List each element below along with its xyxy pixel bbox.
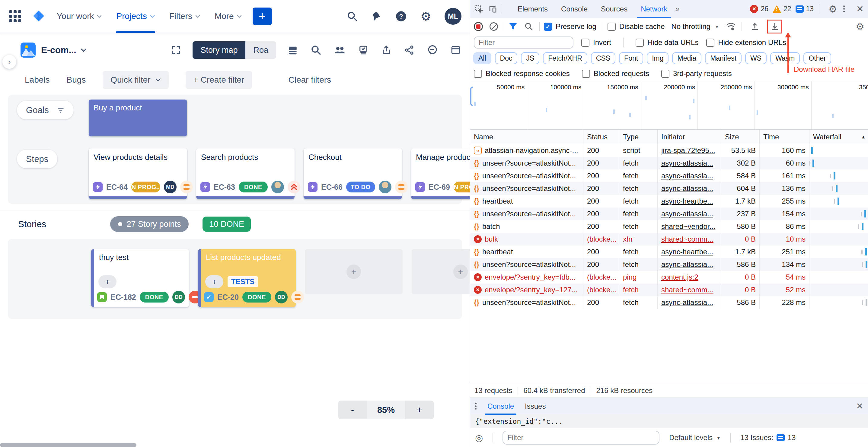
app-switcher-icon[interactable] <box>9 10 21 22</box>
initiator-link[interactable]: async-atlassia... <box>661 260 713 269</box>
share-icon[interactable] <box>404 45 414 55</box>
preserve-log-checkbox[interactable]: ✓Preserve log <box>544 22 596 31</box>
network-request-row[interactable]: {}batch200fetchshared~vendor...580 B86 m… <box>470 220 868 233</box>
nav-item-projects[interactable]: Projects <box>116 0 155 33</box>
network-request-row[interactable]: {}heartbeat200fetchasync-heartbe...1.7 k… <box>470 246 868 258</box>
console-filter-input[interactable] <box>502 431 659 445</box>
inspect-element-icon[interactable] <box>474 4 484 13</box>
column-header-name[interactable]: Name <box>470 130 583 144</box>
status-badge[interactable]: IN PROG... <box>454 182 470 192</box>
sprint-capacity-icon[interactable] <box>358 45 369 55</box>
story-card[interactable]: List products updated+TESTS✓EC-20DONEDD <box>198 249 296 307</box>
network-request-row[interactable]: ✕envelope/?sentry_key=127...(blocke...fe… <box>470 284 868 296</box>
assignee-avatar[interactable]: MD <box>164 181 177 193</box>
settings-gear-icon[interactable]: ⚙ <box>421 9 431 23</box>
expand-sidebar-button[interactable]: › <box>2 55 16 69</box>
checkbox-blocked-requests[interactable]: Blocked requests <box>582 69 649 78</box>
steps-pill[interactable]: Steps <box>17 150 57 168</box>
download-har-icon[interactable] <box>770 22 779 31</box>
column-header-initiator[interactable]: Initiator <box>658 130 721 144</box>
drawer-close-icon[interactable]: ✕ <box>856 401 863 411</box>
step-card[interactable]: Manage productsEC-69IN PROG... <box>411 149 470 199</box>
status-badge[interactable]: DONE <box>140 292 169 302</box>
devtools-menu-icon[interactable] <box>843 5 845 12</box>
type-chip-ws[interactable]: WS <box>745 52 767 64</box>
initiator-link[interactable]: async-atlassia... <box>661 159 713 167</box>
status-badge[interactable]: TO DO <box>346 182 375 192</box>
goal-card[interactable]: Buy a product <box>89 99 187 136</box>
import-har-icon[interactable] <box>750 22 760 31</box>
more-tabs-icon[interactable]: » <box>675 4 679 13</box>
empty-story-slot[interactable]: + <box>412 249 470 294</box>
initiator-link[interactable]: async-heartbe... <box>661 197 713 205</box>
nav-item-filters[interactable]: Filters <box>169 0 200 33</box>
initiator-link[interactable]: async-atlassia... <box>661 184 713 193</box>
throttling-dropdown[interactable]: No throttling▼ <box>671 22 719 31</box>
disable-cache-checkbox[interactable]: Disable cache <box>608 22 665 31</box>
quick-filter-dropdown[interactable]: Quick filter <box>103 71 168 89</box>
project-name[interactable]: E-com... <box>41 45 76 55</box>
record-network-log-icon[interactable] <box>474 22 483 31</box>
type-chip-fetchxhr[interactable]: Fetch/XHR <box>543 52 587 64</box>
network-request-row[interactable]: ✕bulk(blocke...xhrshared~comm...0 B10 ms <box>470 233 868 246</box>
hide-extension-urls-checkbox[interactable]: Hide extension URLs <box>706 38 786 47</box>
network-search-icon[interactable] <box>524 22 533 31</box>
network-request-row[interactable]: {}unseen?source=atlaskitNot...200fetchas… <box>470 157 868 169</box>
network-request-row[interactable]: {}heartbeat200fetchasync-heartbe...1.7 k… <box>470 195 868 207</box>
view-tab-story-map[interactable]: Story map <box>192 41 245 59</box>
assignee-avatar[interactable]: DD <box>275 291 288 304</box>
warning-count-badge[interactable]: 22 <box>773 5 791 13</box>
clear-filters-button[interactable]: Clear filters <box>288 75 331 85</box>
zoom-out-button[interactable]: - <box>338 401 367 419</box>
initiator-link[interactable]: jira-spa.72fe95... <box>661 146 715 155</box>
initiator-link[interactable]: shared~comm... <box>661 235 713 244</box>
board-search-icon[interactable] <box>311 45 321 56</box>
initiator-link[interactable]: async-atlassia... <box>661 171 713 180</box>
devtools-tab-sources[interactable]: Sources <box>594 0 634 18</box>
initiator-link[interactable]: async-heartbe... <box>661 248 713 256</box>
type-chip-media[interactable]: Media <box>672 52 702 64</box>
nav-item-your-work[interactable]: Your work <box>57 0 102 33</box>
devtools-tab-network[interactable]: Network <box>634 0 674 18</box>
devtools-settings-icon[interactable]: ⚙ <box>829 3 837 15</box>
jira-logo[interactable] <box>32 9 46 23</box>
export-icon[interactable] <box>381 45 392 55</box>
create-issue-button[interactable]: + <box>253 7 272 25</box>
initiator-link[interactable]: content.js:2 <box>661 273 699 281</box>
goals-pill[interactable]: Goals <box>17 101 74 120</box>
drawer-tab-issues[interactable]: Issues <box>519 398 551 415</box>
assignee-avatar[interactable] <box>379 181 392 193</box>
add-subtask-button[interactable]: + <box>205 275 223 288</box>
feedback-icon[interactable] <box>427 45 438 56</box>
network-timeline[interactable]: 50000 ms100000 ms150000 ms200000 ms25000… <box>470 81 868 130</box>
initiator-link[interactable]: shared~vendor... <box>661 222 715 231</box>
search-icon[interactable] <box>347 11 358 22</box>
network-request-row[interactable]: {}unseen?source=atlaskitNot...200fetchas… <box>470 169 868 182</box>
checkbox-blocked-response-cookies[interactable]: Blocked response cookies <box>474 69 570 78</box>
log-levels-dropdown[interactable]: Default levels▼ <box>669 434 721 442</box>
filter-funnel-icon[interactable] <box>508 22 518 31</box>
console-message[interactable]: {"extension_id":"c... <box>470 414 868 428</box>
devtools-tab-console[interactable]: Console <box>554 0 594 18</box>
user-avatar[interactable]: ML <box>444 8 462 25</box>
zoom-in-button[interactable]: + <box>405 401 434 419</box>
live-expression-eye-icon[interactable]: ◎ <box>475 433 483 443</box>
network-settings-icon[interactable]: ⚙ <box>856 21 864 32</box>
horizontal-scrollbar[interactable] <box>0 443 136 447</box>
type-chip-wasm[interactable]: Wasm <box>770 52 800 64</box>
issues-count-badge[interactable]: 13 <box>796 5 814 13</box>
rows-layout-icon[interactable] <box>288 45 298 55</box>
issue-label-chip[interactable]: TESTS <box>227 276 258 287</box>
labels-filter[interactable]: Labels <box>25 75 50 85</box>
type-chip-js[interactable]: JS <box>521 52 539 64</box>
step-card[interactable]: Search productsEC-63DONE <box>196 149 294 199</box>
network-request-row[interactable]: {}unseen?source=atlaskitNot...200fetchas… <box>470 182 868 195</box>
type-chip-all[interactable]: All <box>473 52 491 64</box>
status-badge[interactable]: DONE <box>242 292 271 302</box>
checkbox-3rd-party-requests[interactable]: 3rd-party requests <box>661 69 732 78</box>
network-conditions-icon[interactable] <box>726 22 736 31</box>
devtools-tab-elements[interactable]: Elements <box>511 0 554 18</box>
initiator-link[interactable]: async-atlassia... <box>661 210 713 218</box>
network-request-row[interactable]: {}unseen?source=atlaskitNot...200fetchas… <box>470 296 868 309</box>
column-header-type[interactable]: Type <box>619 130 658 144</box>
